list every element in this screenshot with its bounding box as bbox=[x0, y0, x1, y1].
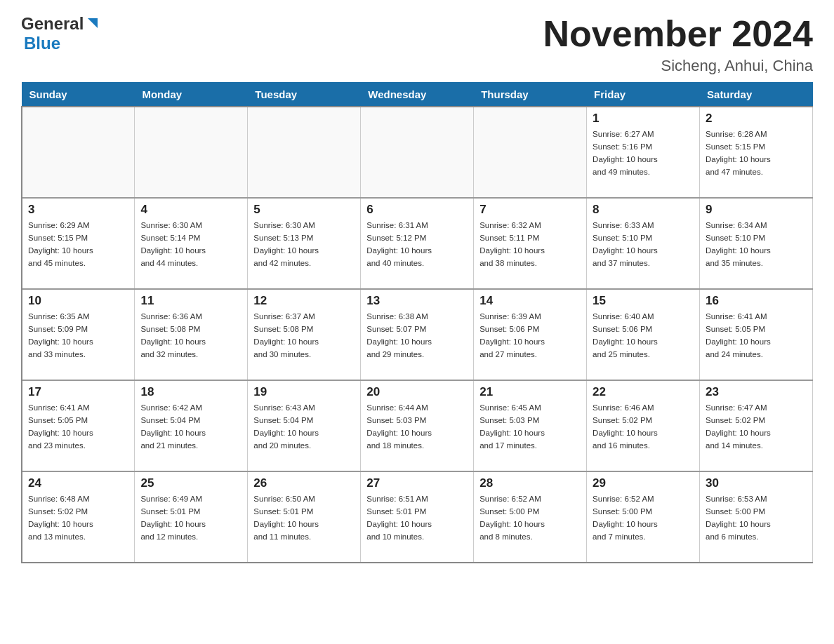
day-info: Sunrise: 6:40 AM Sunset: 5:06 PM Dayligh… bbox=[593, 311, 694, 361]
day-number: 22 bbox=[593, 385, 694, 399]
calendar-cell: 17Sunrise: 6:41 AM Sunset: 5:05 PM Dayli… bbox=[22, 380, 135, 471]
calendar-week-3: 10Sunrise: 6:35 AM Sunset: 5:09 PM Dayli… bbox=[22, 289, 813, 380]
calendar-cell bbox=[248, 107, 361, 198]
calendar-week-4: 17Sunrise: 6:41 AM Sunset: 5:05 PM Dayli… bbox=[22, 380, 813, 471]
calendar-week-1: 1Sunrise: 6:27 AM Sunset: 5:16 PM Daylig… bbox=[22, 107, 813, 198]
page-header: General Blue November 2024 Sicheng, Anhu… bbox=[21, 14, 813, 75]
day-number: 10 bbox=[28, 294, 128, 308]
day-info: Sunrise: 6:28 AM Sunset: 5:15 PM Dayligh… bbox=[706, 128, 807, 178]
calendar-cell: 26Sunrise: 6:50 AM Sunset: 5:01 PM Dayli… bbox=[248, 471, 361, 563]
weekday-header-thursday: Thursday bbox=[474, 83, 587, 107]
calendar-cell: 5Sunrise: 6:30 AM Sunset: 5:13 PM Daylig… bbox=[248, 198, 361, 289]
day-number: 8 bbox=[593, 203, 694, 217]
day-info: Sunrise: 6:49 AM Sunset: 5:01 PM Dayligh… bbox=[140, 493, 241, 543]
day-number: 1 bbox=[593, 112, 694, 126]
logo-name: General bbox=[21, 14, 100, 34]
day-info: Sunrise: 6:48 AM Sunset: 5:02 PM Dayligh… bbox=[28, 493, 128, 543]
calendar-cell: 18Sunrise: 6:42 AM Sunset: 5:04 PM Dayli… bbox=[135, 380, 248, 471]
day-number: 14 bbox=[479, 294, 581, 308]
day-info: Sunrise: 6:29 AM Sunset: 5:15 PM Dayligh… bbox=[28, 220, 128, 269]
calendar-subtitle: Sicheng, Anhui, China bbox=[543, 57, 813, 75]
day-number: 17 bbox=[28, 385, 128, 399]
calendar-week-2: 3Sunrise: 6:29 AM Sunset: 5:15 PM Daylig… bbox=[22, 198, 813, 289]
calendar-cell: 14Sunrise: 6:39 AM Sunset: 5:06 PM Dayli… bbox=[474, 289, 587, 380]
day-number: 9 bbox=[706, 203, 807, 217]
calendar-cell: 7Sunrise: 6:32 AM Sunset: 5:11 PM Daylig… bbox=[474, 198, 587, 289]
calendar-table: SundayMondayTuesdayWednesdayThursdayFrid… bbox=[21, 82, 813, 563]
weekday-header-sunday: Sunday bbox=[22, 83, 135, 107]
day-number: 11 bbox=[140, 294, 241, 308]
calendar-cell: 6Sunrise: 6:31 AM Sunset: 5:12 PM Daylig… bbox=[361, 198, 474, 289]
logo-blue: Blue bbox=[24, 34, 60, 53]
logo-triangle-icon bbox=[85, 15, 100, 31]
day-info: Sunrise: 6:51 AM Sunset: 5:01 PM Dayligh… bbox=[366, 493, 468, 543]
day-number: 20 bbox=[366, 385, 468, 399]
day-info: Sunrise: 6:45 AM Sunset: 5:03 PM Dayligh… bbox=[479, 402, 581, 452]
day-info: Sunrise: 6:30 AM Sunset: 5:14 PM Dayligh… bbox=[140, 220, 241, 269]
day-number: 28 bbox=[479, 476, 581, 490]
day-info: Sunrise: 6:37 AM Sunset: 5:08 PM Dayligh… bbox=[253, 311, 355, 361]
calendar-cell: 21Sunrise: 6:45 AM Sunset: 5:03 PM Dayli… bbox=[474, 380, 587, 471]
day-info: Sunrise: 6:36 AM Sunset: 5:08 PM Dayligh… bbox=[140, 311, 241, 361]
calendar-cell: 13Sunrise: 6:38 AM Sunset: 5:07 PM Dayli… bbox=[361, 289, 474, 380]
day-number: 13 bbox=[366, 294, 468, 308]
day-info: Sunrise: 6:47 AM Sunset: 5:02 PM Dayligh… bbox=[706, 402, 807, 452]
calendar-cell: 9Sunrise: 6:34 AM Sunset: 5:10 PM Daylig… bbox=[700, 198, 813, 289]
svg-marker-0 bbox=[88, 18, 98, 28]
calendar-cell bbox=[135, 107, 248, 198]
day-info: Sunrise: 6:43 AM Sunset: 5:04 PM Dayligh… bbox=[253, 402, 355, 452]
day-info: Sunrise: 6:27 AM Sunset: 5:16 PM Dayligh… bbox=[593, 128, 694, 178]
calendar-cell: 22Sunrise: 6:46 AM Sunset: 5:02 PM Dayli… bbox=[587, 380, 700, 471]
calendar-cell: 1Sunrise: 6:27 AM Sunset: 5:16 PM Daylig… bbox=[587, 107, 700, 198]
weekday-header-monday: Monday bbox=[135, 83, 248, 107]
day-info: Sunrise: 6:32 AM Sunset: 5:11 PM Dayligh… bbox=[479, 220, 581, 269]
calendar-cell: 2Sunrise: 6:28 AM Sunset: 5:15 PM Daylig… bbox=[700, 107, 813, 198]
weekday-header-saturday: Saturday bbox=[700, 83, 813, 107]
logo: General Blue bbox=[21, 14, 100, 53]
day-info: Sunrise: 6:30 AM Sunset: 5:13 PM Dayligh… bbox=[253, 220, 355, 269]
day-number: 15 bbox=[593, 294, 694, 308]
calendar-cell bbox=[361, 107, 474, 198]
weekday-header-tuesday: Tuesday bbox=[248, 83, 361, 107]
day-info: Sunrise: 6:53 AM Sunset: 5:00 PM Dayligh… bbox=[706, 493, 807, 543]
day-number: 24 bbox=[28, 476, 128, 490]
day-info: Sunrise: 6:35 AM Sunset: 5:09 PM Dayligh… bbox=[28, 311, 128, 361]
logo-general: General bbox=[21, 14, 84, 34]
day-number: 23 bbox=[706, 385, 807, 399]
day-info: Sunrise: 6:41 AM Sunset: 5:05 PM Dayligh… bbox=[28, 402, 128, 452]
calendar-cell: 11Sunrise: 6:36 AM Sunset: 5:08 PM Dayli… bbox=[135, 289, 248, 380]
day-number: 25 bbox=[140, 476, 241, 490]
calendar-cell: 25Sunrise: 6:49 AM Sunset: 5:01 PM Dayli… bbox=[135, 471, 248, 563]
day-number: 30 bbox=[706, 476, 807, 490]
weekday-header-wednesday: Wednesday bbox=[361, 83, 474, 107]
weekday-header-row: SundayMondayTuesdayWednesdayThursdayFrid… bbox=[22, 83, 813, 107]
title-area: November 2024 Sicheng, Anhui, China bbox=[543, 14, 813, 75]
day-number: 19 bbox=[253, 385, 355, 399]
day-info: Sunrise: 6:39 AM Sunset: 5:06 PM Dayligh… bbox=[479, 311, 581, 361]
day-number: 4 bbox=[140, 203, 241, 217]
calendar-cell: 27Sunrise: 6:51 AM Sunset: 5:01 PM Dayli… bbox=[361, 471, 474, 563]
calendar-cell: 15Sunrise: 6:40 AM Sunset: 5:06 PM Dayli… bbox=[587, 289, 700, 380]
day-number: 21 bbox=[479, 385, 581, 399]
calendar-cell: 3Sunrise: 6:29 AM Sunset: 5:15 PM Daylig… bbox=[22, 198, 135, 289]
calendar-cell: 10Sunrise: 6:35 AM Sunset: 5:09 PM Dayli… bbox=[22, 289, 135, 380]
calendar-cell: 29Sunrise: 6:52 AM Sunset: 5:00 PM Dayli… bbox=[587, 471, 700, 563]
calendar-cell: 24Sunrise: 6:48 AM Sunset: 5:02 PM Dayli… bbox=[22, 471, 135, 563]
day-info: Sunrise: 6:33 AM Sunset: 5:10 PM Dayligh… bbox=[593, 220, 694, 269]
day-info: Sunrise: 6:52 AM Sunset: 5:00 PM Dayligh… bbox=[593, 493, 694, 543]
day-number: 5 bbox=[253, 203, 355, 217]
day-info: Sunrise: 6:52 AM Sunset: 5:00 PM Dayligh… bbox=[479, 493, 581, 543]
day-number: 16 bbox=[706, 294, 807, 308]
calendar-cell: 30Sunrise: 6:53 AM Sunset: 5:00 PM Dayli… bbox=[700, 471, 813, 563]
calendar-week-5: 24Sunrise: 6:48 AM Sunset: 5:02 PM Dayli… bbox=[22, 471, 813, 563]
day-info: Sunrise: 6:44 AM Sunset: 5:03 PM Dayligh… bbox=[366, 402, 468, 452]
calendar-cell: 4Sunrise: 6:30 AM Sunset: 5:14 PM Daylig… bbox=[135, 198, 248, 289]
day-number: 7 bbox=[479, 203, 581, 217]
calendar-cell: 20Sunrise: 6:44 AM Sunset: 5:03 PM Dayli… bbox=[361, 380, 474, 471]
calendar-cell: 19Sunrise: 6:43 AM Sunset: 5:04 PM Dayli… bbox=[248, 380, 361, 471]
day-info: Sunrise: 6:50 AM Sunset: 5:01 PM Dayligh… bbox=[253, 493, 355, 543]
calendar-cell: 12Sunrise: 6:37 AM Sunset: 5:08 PM Dayli… bbox=[248, 289, 361, 380]
calendar-cell: 8Sunrise: 6:33 AM Sunset: 5:10 PM Daylig… bbox=[587, 198, 700, 289]
calendar-cell bbox=[22, 107, 135, 198]
day-number: 27 bbox=[366, 476, 468, 490]
